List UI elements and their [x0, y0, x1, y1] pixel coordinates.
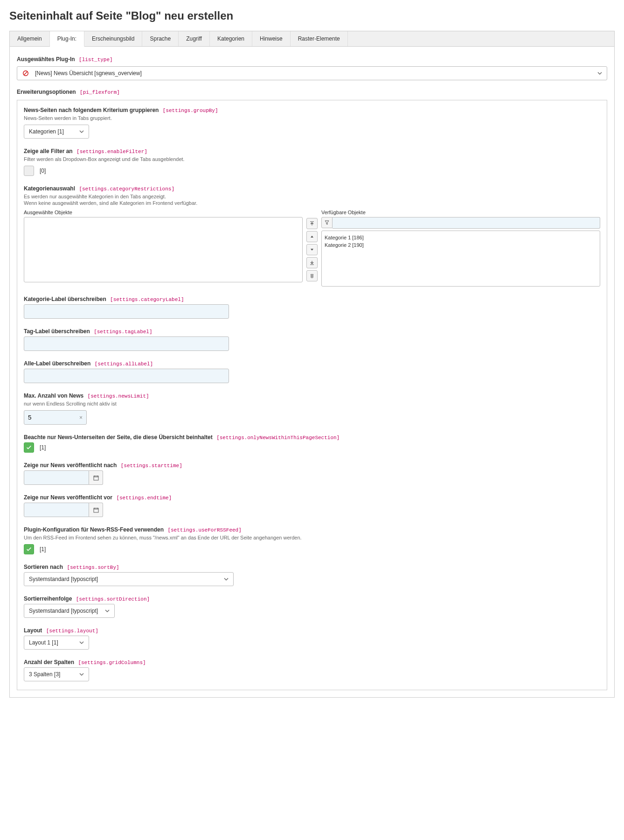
delete-button[interactable]	[306, 270, 318, 281]
rssfeed-help: Um den RSS-Feed im Frontend sehen zu kön…	[24, 535, 600, 540]
sortby-label: Sortieren nach	[24, 564, 63, 570]
enablefilter-code: [settings.enableFilter]	[76, 149, 147, 154]
available-objects-listbox[interactable]: Kategorie 1 [186] Kategorie 2 [190]	[321, 231, 600, 287]
chevron-down-icon	[597, 71, 602, 76]
field-onlynews: Beachte nur News-Unterseiten der Seite, …	[24, 434, 600, 453]
enablefilter-checkbox[interactable]	[24, 166, 34, 176]
catrestrict-code: [settings.categoryRestrictions]	[79, 186, 174, 192]
catrestrict-help2: Wenn keine ausgewählt werden, sind alle …	[24, 200, 600, 206]
endtime-code: [settings.endtime]	[116, 495, 172, 501]
field-endtime: Zeige nur News veröffentlicht vor [setti…	[24, 494, 600, 517]
field-starttime: Zeige nur News veröffentlicht nach [sett…	[24, 462, 600, 485]
field-groupby: News-Seiten nach folgendem Kriterium gru…	[24, 107, 600, 139]
field-categorylabel: Kategorie-Label überschreiben [settings.…	[24, 296, 600, 319]
chevron-down-icon	[105, 609, 110, 613]
onlynews-checkbox[interactable]	[24, 442, 34, 453]
endtime-calendar-button[interactable]	[89, 503, 103, 517]
plugin-select-value: [News] News Übersicht [sgnews_overview]	[35, 70, 597, 77]
tab-erscheinungsbild[interactable]: Erscheinungsbild	[84, 31, 142, 46]
taglabel-code: [settings.tagLabel]	[94, 329, 152, 335]
endtime-label: Zeige nur News veröffentlicht vor	[24, 494, 112, 501]
gridcolumns-select[interactable]: 3 Spalten [3]	[24, 667, 89, 681]
rssfeed-label: Plugin-Konfiguration für News-RSS-Feed v…	[24, 526, 164, 533]
groupby-help: News-Seiten werden in Tabs gruppiert.	[24, 115, 600, 121]
selected-objects-listbox[interactable]	[24, 217, 303, 282]
chevron-down-icon	[79, 640, 84, 645]
alllabel-input[interactable]	[24, 369, 229, 383]
move-top-button[interactable]	[306, 218, 318, 229]
rssfeed-checkbox[interactable]	[24, 544, 34, 554]
groupby-select[interactable]: Kategorien [1]	[24, 125, 89, 139]
categorylabel-input[interactable]	[24, 304, 229, 319]
field-newslimit: Max. Anzahl von News [settings.newsLimit…	[24, 392, 600, 425]
available-objects-label: Verfügbare Objekte	[321, 210, 600, 215]
plugin-select[interactable]: [News] News Übersicht [sgnews_overview]	[17, 66, 607, 80]
field-layout: Layout [settings.layout] Layout 1 [1]	[24, 627, 600, 650]
field-rssfeed: Plugin-Konfiguration für News-RSS-Feed v…	[24, 526, 600, 554]
plugin-select-code: [list_type]	[79, 57, 113, 63]
sortdirection-code: [settings.sortDirection]	[76, 596, 150, 602]
tab-kategorien[interactable]: Kategorien	[210, 31, 252, 46]
ext-options-code: [pi_flexform]	[80, 90, 120, 95]
endtime-input[interactable]	[24, 503, 89, 517]
chevron-down-icon	[79, 672, 84, 677]
groupby-label: News-Seiten nach folgendem Kriterium gru…	[24, 107, 159, 113]
tab-raster[interactable]: Raster-Elemente	[291, 31, 348, 46]
field-gridcolumns: Anzahl der Spalten [settings.gridColumns…	[24, 659, 600, 681]
plugin-forbidden-icon	[22, 70, 29, 77]
filter-button[interactable]	[321, 217, 333, 228]
field-categoryrestrictions: Kategorienauswahl [settings.categoryRest…	[24, 185, 600, 287]
layout-label: Layout	[24, 627, 42, 634]
svg-rect-2	[94, 476, 98, 480]
groupby-value: Kategorien [1]	[29, 128, 72, 135]
starttime-code: [settings.starttime]	[121, 463, 182, 469]
newslimit-help: nur wenn Endless Scrolling nicht aktiv i…	[24, 401, 600, 406]
move-bottom-button[interactable]	[306, 257, 318, 268]
clear-icon[interactable]: ×	[76, 414, 86, 421]
sortdirection-value: Systemstandard [typoscript]	[29, 608, 98, 614]
alllabel-code: [settings.allLabel]	[95, 361, 153, 367]
ext-options-text: Erweiterungsoptionen	[17, 89, 76, 95]
tab-hinweise[interactable]: Hinweise	[252, 31, 291, 46]
field-sortby: Sortieren nach [settings.sortBy] Systems…	[24, 564, 600, 586]
move-up-button[interactable]	[306, 231, 318, 242]
taglabel-input[interactable]	[24, 336, 229, 351]
onlynews-code: [settings.onlyNewsWithinThisPageSection]	[216, 435, 340, 441]
filter-input[interactable]	[333, 217, 600, 229]
rssfeed-value: [1]	[40, 546, 46, 553]
enablefilter-label: Zeige alle Filter an	[24, 148, 73, 154]
layout-select[interactable]: Layout 1 [1]	[24, 636, 89, 650]
starttime-input[interactable]	[24, 470, 89, 485]
tab-bar: Allgemein Plug-In: Erscheinungsbild Spra…	[9, 31, 615, 46]
move-buttons	[306, 210, 318, 287]
svg-line-1	[24, 72, 28, 75]
layout-code: [settings.layout]	[46, 628, 98, 634]
categorylabel-label: Kategorie-Label überschreiben	[24, 296, 106, 302]
list-item[interactable]: Kategorie 1 [186]	[325, 234, 597, 241]
onlynews-label: Beachte nur News-Unterseiten der Seite, …	[24, 434, 213, 441]
enablefilter-help: Filter werden als Dropdown-Box angezeigt…	[24, 156, 600, 162]
gridcolumns-value: 3 Spalten [3]	[29, 671, 72, 678]
alllabel-label: Alle-Label überschreiben	[24, 360, 90, 367]
newslimit-code: [settings.newsLimit]	[88, 393, 149, 399]
starttime-calendar-button[interactable]	[89, 470, 103, 485]
tab-zugriff[interactable]: Zugriff	[179, 31, 210, 46]
enablefilter-value: [0]	[40, 168, 46, 174]
ext-options-label: Erweiterungsoptionen [pi_flexform]	[17, 89, 607, 95]
selected-objects-label: Ausgewählte Objekte	[24, 210, 303, 215]
field-alllabel: Alle-Label überschreiben [settings.allLa…	[24, 360, 600, 383]
categorylabel-code: [settings.categoryLabel]	[110, 297, 184, 302]
list-item[interactable]: Kategorie 2 [190]	[325, 241, 597, 249]
calendar-icon	[93, 475, 99, 481]
tab-allgemein[interactable]: Allgemein	[10, 31, 50, 46]
sortdirection-select[interactable]: Systemstandard [typoscript]	[24, 604, 115, 618]
move-down-button[interactable]	[306, 244, 318, 255]
gridcolumns-label: Anzahl der Spalten	[24, 659, 74, 665]
newslimit-input[interactable]	[24, 411, 76, 424]
field-sortdirection: Sortierreihenfolge [settings.sortDirecti…	[24, 595, 600, 618]
sortby-select[interactable]: Systemstandard [typoscript]	[24, 572, 234, 586]
onlynews-value: [1]	[40, 444, 46, 451]
tab-plugin[interactable]: Plug-In:	[50, 31, 84, 47]
field-taglabel: Tag-Label überschreiben [settings.tagLab…	[24, 328, 600, 351]
tab-sprache[interactable]: Sprache	[142, 31, 179, 46]
